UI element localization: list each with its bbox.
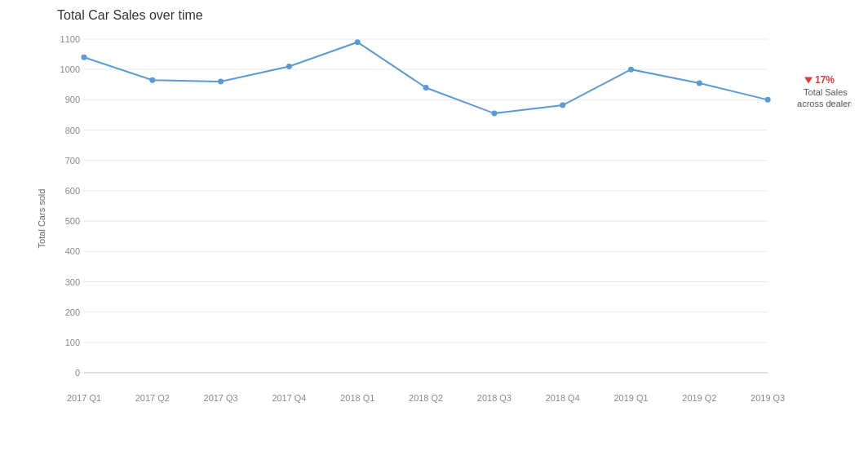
svg-text:2019 Q3: 2019 Q3 [751, 393, 785, 403]
svg-text:200: 200 [65, 307, 80, 317]
svg-text:1000: 1000 [60, 64, 80, 74]
svg-text:700: 700 [65, 156, 80, 166]
svg-text:1100: 1100 [60, 34, 80, 44]
chart-container: Total Car Sales over time Total Cars sol… [0, 0, 868, 464]
svg-text:2018 Q1: 2018 Q1 [340, 393, 374, 403]
svg-text:across dealers: across dealers [797, 99, 852, 108]
svg-point-28 [355, 39, 361, 45]
svg-text:2017 Q4: 2017 Q4 [272, 393, 306, 403]
svg-point-30 [491, 111, 497, 117]
svg-text:600: 600 [65, 186, 80, 196]
svg-text:500: 500 [65, 216, 80, 226]
svg-point-24 [81, 55, 86, 60]
svg-point-25 [149, 77, 155, 83]
svg-text:17%: 17% [815, 74, 835, 86]
svg-text:2017 Q3: 2017 Q3 [204, 393, 238, 403]
svg-text:2017 Q2: 2017 Q2 [135, 393, 170, 403]
svg-text:0: 0 [75, 368, 80, 378]
svg-point-33 [697, 80, 702, 86]
y-axis-label: Total Cars sold [37, 188, 46, 248]
svg-point-26 [218, 79, 224, 85]
svg-point-27 [286, 64, 292, 69]
chart-svg: 0100200300400500600700800900100011002017… [57, 31, 852, 405]
svg-text:300: 300 [65, 277, 80, 287]
svg-point-34 [765, 97, 771, 103]
chart-area: Total Cars sold ▼17% Total Salesacross d… [57, 31, 852, 405]
svg-text:2019 Q2: 2019 Q2 [682, 393, 716, 403]
svg-point-32 [628, 67, 634, 73]
svg-text:900: 900 [65, 95, 80, 104]
svg-text:2018 Q4: 2018 Q4 [546, 393, 580, 403]
svg-text:Total Sales: Total Sales [804, 87, 848, 97]
svg-point-29 [423, 85, 429, 91]
svg-text:2017 Q1: 2017 Q1 [67, 393, 101, 403]
svg-text:2018 Q2: 2018 Q2 [409, 393, 443, 403]
chart-title: Total Car Sales over time [57, 8, 852, 23]
svg-text:400: 400 [65, 246, 80, 256]
svg-text:2019 Q1: 2019 Q1 [613, 393, 648, 403]
svg-marker-47 [804, 77, 813, 83]
svg-text:800: 800 [65, 126, 80, 135]
svg-text:100: 100 [65, 338, 80, 347]
svg-point-31 [560, 103, 565, 108]
svg-text:2018 Q3: 2018 Q3 [477, 393, 512, 403]
